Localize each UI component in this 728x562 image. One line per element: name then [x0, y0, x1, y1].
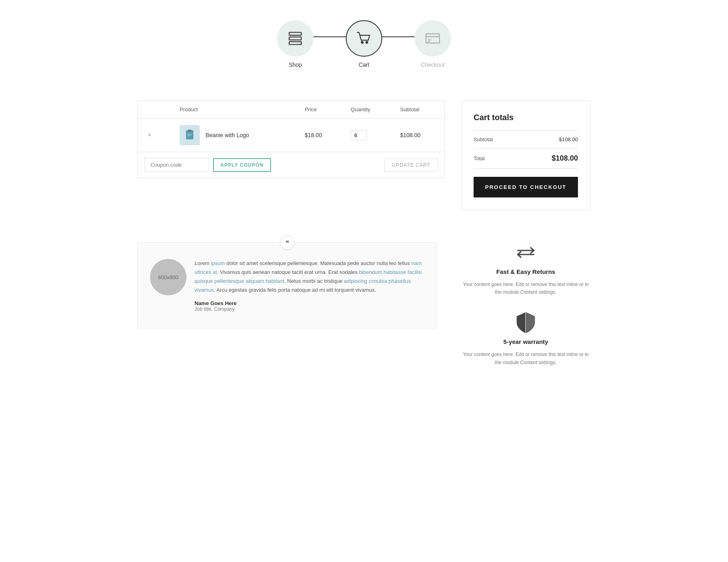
svg-rect-8	[187, 134, 192, 135]
testimonial-body: Lorem ipsum dolor sit amet scelerisque p…	[195, 259, 424, 312]
total-value: $108.00	[552, 154, 578, 163]
svg-rect-7	[188, 130, 192, 132]
cart-section: Product Price Quantity Subtotal ×	[138, 100, 445, 178]
subtotal-label: Subtotal	[474, 136, 493, 142]
quantity-input[interactable]	[351, 130, 367, 140]
product-price: $18.00	[298, 119, 344, 152]
feature-returns: Fast & Easy Returns Your content goes he…	[461, 242, 590, 296]
features-section: Fast & Easy Returns Your content goes he…	[461, 242, 590, 367]
warranty-icon	[514, 312, 538, 333]
testimonial-content: 600x900 Lorem ipsum dolor sit amet scele…	[150, 259, 424, 312]
step-cart-label: Cart	[359, 62, 369, 68]
step-checkout[interactable]: Checkout	[415, 20, 451, 68]
quote-icon: ❝	[280, 235, 294, 250]
svg-point-3	[361, 41, 363, 43]
svg-rect-6	[186, 130, 193, 140]
svg-rect-0	[289, 32, 301, 35]
checkout-steps: Shop Cart Checkout	[138, 8, 590, 92]
col-quantity: Quantity	[344, 101, 394, 119]
col-product: Product	[173, 101, 298, 119]
returns-icon	[514, 242, 538, 263]
proceed-to-checkout-button[interactable]: PROCEED TO CHECKOUT	[474, 177, 578, 197]
svg-point-4	[366, 41, 368, 43]
feature-warranty: 5-year warranty Your content goes here. …	[461, 312, 590, 366]
cart-actions: APPLY COUPON UPDATE CART	[138, 152, 445, 178]
step-checkout-label: Checkout	[421, 62, 444, 68]
testimonial-text: Lorem ipsum dolor sit amet scelerisque p…	[195, 259, 424, 295]
product-thumbnail	[180, 125, 200, 145]
step-checkout-circle	[415, 20, 451, 57]
cart-table: Product Price Quantity Subtotal ×	[138, 100, 445, 152]
subtotal-value: $108.00	[559, 136, 578, 142]
col-remove	[138, 101, 174, 119]
product-subtotal: $108.00	[394, 119, 444, 152]
cart-totals-panel: Cart totals Subtotal $108.00 Total $108.…	[461, 100, 590, 210]
feature-returns-desc: Your content goes here. Edit or remove t…	[461, 281, 590, 296]
step-shop-circle	[277, 20, 313, 57]
product-name: Beanie with Logo	[205, 132, 249, 138]
step-cart-circle	[346, 20, 382, 57]
author-name: Name Goes Here	[195, 300, 424, 306]
table-row: ×	[138, 119, 445, 152]
total-row: Total $108.00	[474, 148, 578, 169]
step-shop-label: Shop	[289, 62, 302, 68]
coupon-input[interactable]	[144, 158, 209, 172]
svg-rect-2	[289, 42, 301, 45]
testimonial-link-1[interactable]: ipsum	[211, 260, 225, 266]
testimonial-box: ❝ 600x900 Lorem ipsum dolor sit amet sce…	[138, 242, 437, 329]
subtotal-row: Subtotal $108.00	[474, 130, 578, 148]
update-cart-button[interactable]: UPDATE CART	[384, 159, 438, 172]
svg-rect-9	[187, 136, 191, 136]
product-cell: Beanie with Logo	[180, 125, 292, 145]
author-title: Job title, Company	[195, 306, 424, 312]
cart-totals-title: Cart totals	[474, 113, 578, 122]
apply-coupon-button[interactable]: APPLY COUPON	[213, 158, 271, 172]
feature-warranty-title: 5-year warranty	[504, 338, 548, 345]
total-label: Total	[474, 155, 485, 161]
feature-warranty-desc: Your content goes here. Edit or remove t…	[461, 351, 590, 366]
bottom-section: ❝ 600x900 Lorem ipsum dolor sit amet sce…	[138, 242, 590, 367]
feature-returns-title: Fast & Easy Returns	[496, 268, 555, 275]
main-content: Product Price Quantity Subtotal ×	[138, 100, 590, 210]
col-price: Price	[298, 101, 344, 119]
step-shop[interactable]: Shop	[277, 20, 313, 68]
col-subtotal: Subtotal	[394, 101, 444, 119]
remove-item-button[interactable]: ×	[144, 131, 154, 139]
step-cart[interactable]: Cart	[346, 20, 382, 68]
avatar: 600x900	[150, 259, 186, 295]
svg-rect-1	[289, 37, 301, 40]
